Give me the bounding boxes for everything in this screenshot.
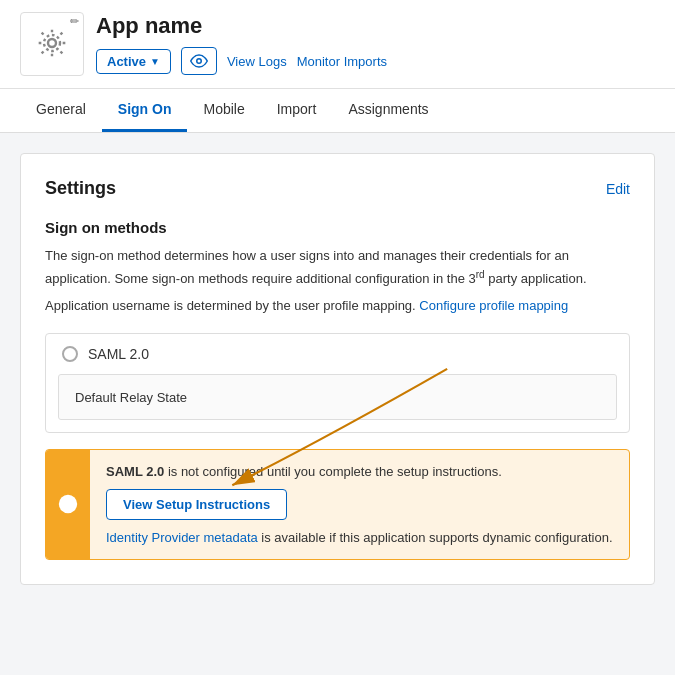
svg-point-2 [197,59,202,64]
app-controls: Active ▼ View Logs Monitor Imports [96,47,655,75]
warning-content: SAML 2.0 is not configured until you com… [90,450,629,559]
relay-state-label: Default Relay State [75,390,187,405]
status-dropdown-button[interactable]: Active ▼ [96,49,171,74]
saml-label: SAML 2.0 [88,346,149,362]
caret-icon: ▼ [150,56,160,67]
gear-icon [36,27,68,62]
warning-icon-col [46,450,90,559]
tab-sign-on[interactable]: Sign On [102,89,188,132]
warning-banner: SAML 2.0 is not configured until you com… [45,449,630,560]
app-header: ✏ App name Active ▼ View Logs Monitor [0,0,675,89]
description-line1: The sign-on method determines how a user… [45,246,630,290]
app-name: App name [96,13,655,39]
view-setup-instructions-button[interactable]: View Setup Instructions [106,489,287,520]
warning-icon [57,493,79,515]
settings-card: Settings Edit Sign on methods The sign-o… [20,153,655,585]
svg-point-1 [44,35,60,51]
edit-link[interactable]: Edit [606,181,630,197]
monitor-imports-link[interactable]: Monitor Imports [297,54,387,69]
nav-tabs: General Sign On Mobile Import Assignment… [0,89,675,133]
warning-message: SAML 2.0 is not configured until you com… [106,464,613,479]
app-icon-box: ✏ [20,12,84,76]
sign-on-methods-title: Sign on methods [45,219,630,236]
saml-option-wrapper: SAML 2.0 Default Relay State [45,333,630,433]
tab-import[interactable]: Import [261,89,333,132]
tab-general[interactable]: General [20,89,102,132]
app-info: App name Active ▼ View Logs Monitor Impo… [96,13,655,75]
tab-assignments[interactable]: Assignments [332,89,444,132]
saml-radio-row: SAML 2.0 [46,334,629,374]
svg-point-5 [67,507,69,509]
relay-state-box: Default Relay State [58,374,617,420]
settings-title: Settings [45,178,116,199]
visibility-button[interactable] [181,47,217,75]
description-line2: Application username is determined by th… [45,296,630,317]
main-content: Settings Edit Sign on methods The sign-o… [0,133,675,605]
configure-profile-mapping-link[interactable]: Configure profile mapping [419,298,568,313]
saml-radio-input[interactable] [62,346,78,362]
idp-metadata-link[interactable]: Identity Provider metadata [106,530,258,545]
tab-mobile[interactable]: Mobile [187,89,260,132]
idp-metadata-text: Identity Provider metadata is available … [106,530,613,545]
settings-header: Settings Edit [45,178,630,199]
view-logs-link[interactable]: View Logs [227,54,287,69]
svg-point-0 [48,39,56,47]
edit-badge-icon: ✏ [70,15,79,28]
